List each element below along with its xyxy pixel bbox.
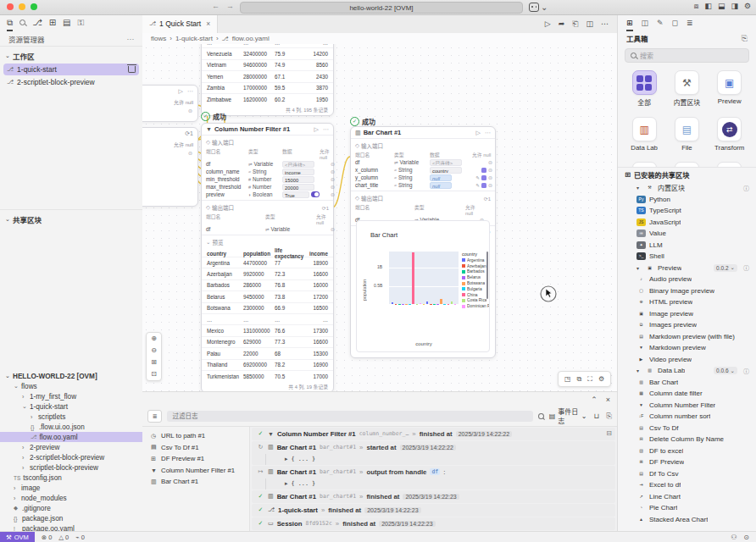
block-item[interactable]: ▧ DF to excel [618, 445, 756, 457]
block-item[interactable]: ◔ Pie Chart [618, 502, 756, 514]
comment-button[interactable]: ◳ [564, 375, 571, 383]
export-logs-button[interactable]: ⎘ [606, 412, 612, 421]
info-icon[interactable]: ⓘ [743, 263, 749, 272]
breadcrumb-item[interactable]: flows [151, 35, 166, 42]
maximize-window-icon[interactable] [31, 3, 37, 10]
log-row[interactable]: ✓ ▥ Bar Chart #1 bar_chart#1 » finished … [252, 490, 615, 503]
input-port-row[interactable]: y_column ≈String null [351, 174, 495, 181]
block-item[interactable]: ≔ Value [618, 228, 756, 240]
ports-indicator[interactable]: ⌁ 0 [75, 534, 85, 541]
block-item[interactable]: ▾ ⚒ 内置区块 ⓘ [618, 182, 756, 194]
block-item[interactable]: JS JavaScript [618, 217, 756, 229]
input-port-row[interactable]: df ⇌Variable <已连线> [202, 160, 333, 168]
tree-item[interactable]: {} .flow.ui.oo.json [0, 422, 142, 432]
category-card[interactable]: ⇄ Transform [709, 113, 751, 152]
tree-item[interactable]: › 2-preview [0, 442, 142, 452]
log-node-item[interactable]: ▤ Csv To Df #1 [142, 442, 249, 454]
port-value[interactable]: null [430, 174, 452, 181]
close-tab-icon[interactable]: × [206, 19, 210, 28]
folder-icon[interactable]: ▤ [63, 14, 70, 31]
chat-tab-icon[interactable]: ◻ [672, 14, 678, 31]
collapse-all-icon[interactable]: ⊟ [606, 429, 612, 437]
bar-chart-node[interactable]: ▥ Bar Chart #1 ▷ ⋯ ◇输入端口 端口名 类型 数据 允许 nu… [350, 126, 496, 358]
run-all-button[interactable]: ➦ [559, 19, 565, 28]
errors-indicator[interactable]: ⊗ 0 [42, 534, 52, 541]
null-allowed-icon[interactable] [488, 182, 492, 188]
minimize-window-icon[interactable] [19, 3, 25, 10]
key-icon[interactable]: ⚿ [78, 14, 85, 31]
tree-item[interactable]: › node_modules [0, 493, 142, 503]
block-item[interactable]: ▾ ▣ Preview 0.0.2⌄ ⓘ [618, 263, 756, 274]
toggle-bottom-panel-icon[interactable]: ⬓ [718, 2, 725, 11]
workspace-section-header[interactable]: ⌄ 工作区 [0, 49, 142, 63]
block-item[interactable]: TS TypeScript [618, 205, 756, 217]
block-item[interactable]: ⧉ Images preview [618, 319, 756, 331]
ovm-badge[interactable]: ⚒ OVM [0, 532, 35, 542]
node-fragment[interactable]: ⟳1 允许 null ⊜ …pandas [142, 127, 198, 207]
log-node-item[interactable]: ▼ Column Number Filter #1 [142, 465, 249, 477]
log-row[interactable]: ✓ ▼ Column Number Filter #1 column_numbe… [252, 428, 615, 440]
log-node-item[interactable]: ⊞ DF Preview #1 [142, 453, 249, 465]
run-node-icon[interactable]: ▷ [179, 88, 183, 95]
block-item[interactable]: ▣ Image preview [618, 308, 756, 320]
output-port-row[interactable]: df ⇌Variable [202, 225, 333, 233]
fit-view-button[interactable]: ⊞ [151, 357, 157, 368]
null-allowed-icon[interactable] [331, 226, 335, 232]
category-card[interactable]: ▧ [709, 158, 751, 167]
log-row[interactable]: ↦ ▥ Bar Chart #1 bar_chart#1 » output fr… [252, 466, 615, 489]
dataframe-preview-node[interactable]: ………… Venezuela3240000075.914200 Vietnam9… [201, 44, 334, 116]
null-allowed-icon[interactable] [488, 159, 492, 165]
assistant-robot-icon[interactable]: ⚇ [731, 534, 737, 541]
tree-item[interactable]: TS tsconfig.json [0, 473, 142, 483]
category-card[interactable]: ƒ [665, 158, 708, 167]
event-log-dropdown[interactable]: ▤ 事件日志 ⌄ [549, 406, 587, 425]
node-more-icon[interactable]: ⋯ [485, 130, 491, 136]
block-item[interactable]: ▦ Column date filter [618, 388, 756, 400]
input-port-row[interactable]: df ⇌Variable <已连线> [351, 158, 495, 166]
version-dropdown[interactable]: 0.0.6⌄ [714, 367, 737, 374]
minimap-button[interactable]: ⊡ [151, 368, 157, 380]
input-port-row[interactable]: chart_title ≈String null [351, 181, 495, 189]
null-allowed-icon[interactable] [331, 169, 335, 174]
variable-bind-icon[interactable] [481, 183, 486, 188]
export-button[interactable]: ⎗ [572, 19, 578, 29]
block-item[interactable]: ▢ Binary Image preview [618, 285, 756, 297]
port-value[interactable]: 20000 [282, 184, 314, 191]
run-node-icon[interactable]: ▷ [314, 126, 319, 133]
input-port-row[interactable]: min_threshold #Number 15000 [202, 175, 333, 183]
warnings-indicator[interactable]: △ 0 [58, 534, 69, 541]
variable-bind-icon[interactable] [481, 168, 486, 173]
log-row[interactable]: ✓ ⎇ 1-quick-start » finished at 2025/3/1… [252, 504, 615, 517]
legend-scrollbar[interactable] [486, 252, 488, 299]
block-item[interactable]: ⇥ Excel to df [618, 479, 756, 491]
run-node-icon[interactable]: ▷ [476, 130, 481, 136]
more-actions-button[interactable]: ⋯ [601, 19, 609, 28]
zoom-out-button[interactable]: ⊖ [151, 345, 157, 357]
log-row[interactable]: ✓ ▭ Session 8fd9152c » finished at 2025/… [252, 517, 615, 530]
editor-tab[interactable]: ⎇ 1 Quick Start × [142, 14, 218, 33]
list-tab-icon[interactable]: ≣ [687, 14, 693, 31]
settings-gear-icon[interactable]: ⚙ [744, 2, 751, 11]
tree-item[interactable]: › 2-scriptlet-block-preview [0, 452, 142, 462]
fullscreen-button[interactable]: ⛶ [587, 375, 592, 384]
tree-item[interactable]: {} package.json [0, 513, 142, 523]
explorer-more-icon[interactable]: ⋯ [127, 35, 135, 43]
toggle-left-panel-icon[interactable]: ◧ [704, 2, 712, 11]
tree-item[interactable]: › 1-my_first_flow [0, 391, 142, 401]
tree-item[interactable]: › scriptlets [0, 412, 142, 422]
maximize-panel-icon[interactable]: ⌃ [591, 395, 598, 404]
log-row[interactable]: ↻ ▥ Bar Chart #1 bar_chart#1 » started a… [252, 441, 615, 465]
log-payload[interactable]: ▸{ ... } [265, 454, 610, 465]
group-button[interactable]: ⧉ [577, 375, 582, 384]
history-back-icon[interactable]: ← [212, 2, 220, 10]
log-node-item[interactable]: ◷ URL to path #1 [142, 430, 249, 442]
category-card[interactable]: ▤ File [665, 113, 708, 152]
tree-item[interactable]: ◆ .gitignore [0, 503, 142, 513]
block-item[interactable]: ⊛ HTML preview [618, 296, 756, 308]
tree-item[interactable]: ⌄ 1-quick-start [0, 401, 142, 412]
toggle-right-panel-icon[interactable]: ◨ [731, 2, 738, 11]
breadcrumb-item[interactable]: 1-quick-start [175, 35, 213, 42]
blocks-icon[interactable]: ⊞ [49, 14, 56, 31]
block-item[interactable]: ▤ Markdown preview (with file) [618, 331, 756, 343]
tree-item[interactable]: › scriptlet-block-preview [0, 462, 142, 473]
